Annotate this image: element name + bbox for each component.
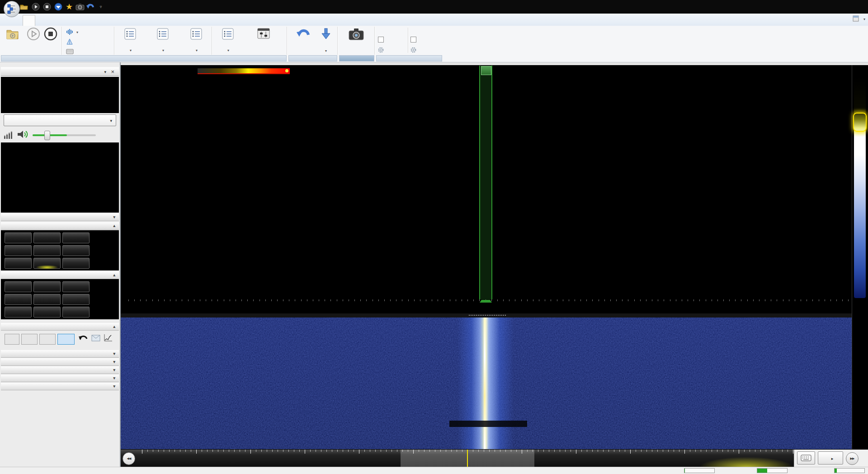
tab-view[interactable] (35, 15, 47, 26)
filter-button-more[interactable] (5, 281, 32, 292)
tab-favourites[interactable] (82, 15, 94, 26)
agc-med-button[interactable] (39, 334, 56, 345)
mode-button-more[interactable] (5, 232, 32, 243)
agc-envelope-icon[interactable] (91, 335, 100, 343)
scroll-left-button[interactable]: ◀◀ (123, 452, 135, 465)
tab-rec-playback[interactable] (71, 15, 82, 26)
add-icon[interactable] (53, 2, 63, 12)
filter-button-3-2[interactable] (5, 307, 32, 318)
receive-panel-header[interactable]: ▾ × (1, 67, 119, 76)
squelch-section-header[interactable]: ▾ (1, 383, 119, 390)
mode-button-wfm[interactable] (62, 245, 90, 256)
filter-button-2-8[interactable] (33, 294, 61, 305)
agc-section-header[interactable]: ▴ (1, 323, 119, 331)
scroll-right-button[interactable]: ▶▶ (846, 452, 859, 465)
mode-button-sam[interactable] (33, 232, 61, 243)
agc-off-button[interactable] (5, 334, 19, 345)
start-button[interactable] (25, 27, 42, 55)
rf-gain-dropdown[interactable] (117, 27, 144, 55)
ribbon-group-separator (374, 27, 375, 55)
status-bar (0, 467, 868, 474)
filter-button-2-4[interactable] (62, 281, 90, 292)
calibration-button[interactable] (66, 37, 111, 46)
audio-spectrum-display[interactable] (1, 142, 119, 213)
qat-menu-caret-icon[interactable]: ▿ (96, 2, 106, 12)
zoom-x5-button[interactable]: ▸ (818, 451, 843, 465)
range-gradient-bar[interactable] (854, 77, 866, 298)
if-display-section-header[interactable]: ▾ (1, 213, 119, 221)
panel-menu-caret-icon[interactable]: ▾ (104, 67, 106, 76)
history-dropdown[interactable] (316, 27, 335, 55)
noise-blanker-section-header[interactable]: ▾ (1, 358, 119, 366)
filter-button-3-0[interactable] (62, 294, 90, 305)
camera-icon[interactable] (75, 2, 85, 12)
stop-icon[interactable] (42, 2, 52, 12)
play-icon[interactable] (31, 2, 41, 12)
rx-marker-1[interactable] (481, 66, 491, 75)
agc-undo-icon[interactable] (78, 333, 89, 345)
volume-slider-thumb[interactable] (44, 131, 50, 140)
spectrum-range-scale[interactable] (852, 65, 868, 449)
tab-transmit[interactable] (59, 15, 71, 26)
noise-blanker-enable-checkbox[interactable] (410, 35, 419, 44)
speaker-icon[interactable] (17, 129, 29, 141)
nav-controls-panel: ▸ ▶▶ (794, 450, 868, 467)
keyboard-entry-button[interactable] (797, 451, 815, 465)
mode-button-bfm[interactable] (5, 245, 32, 256)
mode-section-header[interactable]: ▴ (1, 222, 119, 230)
screenshot-button[interactable] (340, 27, 373, 55)
rf-spectrum-display[interactable] (121, 65, 852, 318)
noise-blanker-options-button[interactable] (410, 45, 419, 54)
mode-button-lsb[interactable] (5, 258, 32, 269)
stop-button[interactable] (42, 27, 59, 55)
bandwidth-dropdown[interactable] (66, 27, 111, 36)
agc-slow-button-selected[interactable] (57, 334, 75, 345)
open-folder-icon[interactable] (19, 2, 29, 12)
filter-section-header[interactable]: ▴ (1, 271, 119, 279)
panel-close-icon[interactable]: × (111, 67, 114, 76)
style-selector[interactable] (853, 15, 865, 22)
ribbon-group-separator (337, 27, 338, 55)
select-radio-button[interactable] (2, 27, 24, 55)
lo-mode-dropdown[interactable] (213, 27, 242, 55)
if-gain-dropdown[interactable] (144, 27, 182, 55)
frequency-button[interactable] (66, 47, 111, 56)
tab-help[interactable] (118, 15, 129, 26)
application-menu-button[interactable] (4, 1, 20, 17)
audio-device-select[interactable]: ▾ (4, 114, 116, 126)
tab-home[interactable] (23, 15, 35, 26)
rx-filter-band[interactable] (479, 66, 492, 299)
filter-button-2-2[interactable] (33, 281, 61, 292)
filter-button-3-6[interactable] (62, 307, 90, 318)
filter-button-3-4[interactable] (33, 307, 61, 318)
mode-button-usb-selected[interactable] (33, 258, 61, 269)
equalizer-icon[interactable] (4, 130, 14, 141)
noise-reduction-section-header[interactable]: ▾ (1, 366, 119, 374)
agc-fast-button[interactable] (21, 334, 38, 345)
chevron-down-icon: ▾ (113, 350, 115, 358)
theme-icon (853, 15, 859, 22)
mode-button-cw-u[interactable] (62, 232, 90, 243)
tab-memories[interactable] (94, 15, 106, 26)
notch-section-header[interactable]: ▾ (1, 374, 119, 382)
radio-configuration-button[interactable] (243, 27, 284, 55)
mode-button-wide-u[interactable] (62, 258, 90, 269)
visual-gain-dropdown[interactable] (182, 27, 211, 55)
tab-receive[interactable] (47, 15, 59, 26)
waterfall-display[interactable] (121, 318, 852, 449)
undo-icon[interactable] (85, 2, 95, 12)
checkbox-icon (378, 37, 384, 43)
mode-button-nfm[interactable] (33, 245, 61, 256)
frequency-display[interactable] (1, 77, 119, 113)
auto-mute-options-button[interactable] (378, 45, 386, 54)
bandwidth-icon (66, 28, 73, 35)
frequency-navigation-bar[interactable]: ◀◀ ▸ ▶▶ (121, 449, 868, 467)
agc-graph-icon[interactable] (103, 333, 113, 344)
filter-button-2-6[interactable] (5, 294, 32, 305)
cw-section-header[interactable]: ▾ (1, 350, 119, 358)
favourite-star-icon[interactable]: ★ (64, 2, 74, 12)
tab-tools[interactable] (106, 15, 118, 26)
previous-arrow-icon (296, 28, 311, 40)
previous-frequency-button[interactable] (291, 27, 316, 55)
auto-mute-enable-checkbox[interactable] (378, 35, 386, 44)
